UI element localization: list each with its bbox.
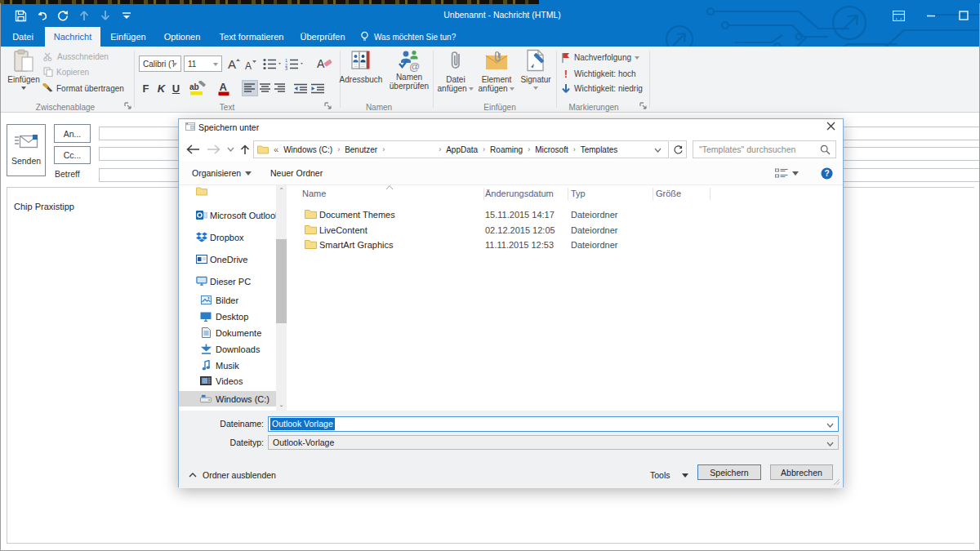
back-icon[interactable] bbox=[184, 138, 202, 161]
grow-font-icon[interactable]: A bbox=[225, 55, 242, 73]
recent-locations-icon[interactable] bbox=[224, 138, 237, 161]
redo-icon[interactable] bbox=[54, 7, 72, 24]
tools-button[interactable]: Tools bbox=[650, 470, 688, 480]
follow-up-button[interactable]: Nachverfolgung bbox=[561, 52, 639, 63]
sidebar-item-downloads[interactable]: Downloads bbox=[179, 341, 276, 357]
signature-button[interactable]: Signatur bbox=[518, 49, 554, 90]
organize-button[interactable]: Organisieren bbox=[192, 161, 252, 185]
tab-datei[interactable]: Datei bbox=[7, 27, 39, 47]
maximize-icon[interactable] bbox=[947, 4, 980, 27]
previous-item-icon[interactable] bbox=[75, 7, 93, 24]
sidebar-item-desktop[interactable]: Desktop bbox=[179, 309, 276, 324]
help-button[interactable]: ? bbox=[821, 161, 833, 185]
underline-icon[interactable]: U bbox=[170, 82, 182, 96]
dialog-launcher-icon[interactable] bbox=[639, 102, 648, 110]
align-left-icon[interactable] bbox=[242, 80, 258, 96]
save-icon[interactable] bbox=[11, 7, 29, 24]
filename-input[interactable]: Outlook Vorlage bbox=[268, 416, 839, 432]
scroll-up-icon[interactable]: ⌃ bbox=[277, 188, 286, 193]
tab-ueberpruefen[interactable]: Überprüfen bbox=[297, 27, 348, 47]
tab-text-formatieren[interactable]: Text formatieren bbox=[214, 27, 289, 47]
hide-folders-button[interactable]: Ordner ausblenden bbox=[189, 470, 276, 480]
high-importance-button[interactable]: ! Wichtigkeit: hoch bbox=[561, 68, 636, 80]
cut-button[interactable]: Ausschneiden bbox=[43, 52, 109, 61]
check-names-button[interactable]: @ Namen überprüfen bbox=[385, 49, 433, 91]
copy-button[interactable]: Kopieren bbox=[43, 67, 89, 77]
scrollbar-thumb[interactable] bbox=[276, 239, 287, 323]
cancel-button[interactable]: Abbrechen bbox=[770, 464, 833, 480]
align-center-icon[interactable] bbox=[257, 80, 273, 96]
forward-icon[interactable] bbox=[204, 138, 222, 161]
scroll-down-icon[interactable]: ⌄ bbox=[277, 402, 286, 408]
to-button[interactable]: An... bbox=[54, 124, 91, 143]
sidebar-item-onedrive[interactable]: OneDrive bbox=[179, 251, 276, 267]
undo-icon[interactable] bbox=[33, 7, 51, 24]
numbering-icon[interactable]: 123 bbox=[284, 56, 305, 72]
ribbon-display-options-icon[interactable] bbox=[882, 4, 915, 27]
decrease-indent-icon[interactable] bbox=[292, 80, 310, 96]
save-button[interactable]: Speichern bbox=[697, 464, 761, 480]
format-painter-button[interactable]: Format übertragen bbox=[42, 83, 124, 94]
column-header-name[interactable]: Name bbox=[302, 185, 326, 202]
increase-indent-icon[interactable] bbox=[310, 80, 327, 96]
resize-grip[interactable] bbox=[834, 479, 840, 486]
sidebar-item-dropbox[interactable]: Dropbox bbox=[179, 229, 276, 245]
cc-button[interactable]: Cc... bbox=[54, 146, 91, 164]
sidebar-item-recent-folder[interactable] bbox=[179, 184, 276, 199]
breadcrumb-item[interactable]: Windows (C:) bbox=[283, 145, 332, 154]
tab-einfuegen[interactable]: Einfügen bbox=[107, 27, 149, 47]
clear-formatting-icon[interactable]: A bbox=[316, 55, 332, 71]
breadcrumb-overflow[interactable]: « bbox=[269, 144, 283, 154]
sidebar-item-videos[interactable]: Videos bbox=[179, 373, 276, 389]
sidebar-item-bilder[interactable]: Bilder bbox=[179, 292, 276, 308]
sidebar-item-windows-c[interactable]: Windows (C:) bbox=[179, 391, 276, 407]
sidebar-item-dokumente[interactable]: Dokumente bbox=[179, 325, 276, 340]
column-header-type[interactable]: Typ bbox=[571, 185, 586, 202]
attach-file-button[interactable]: Datei anfügen bbox=[438, 49, 474, 93]
attach-item-button[interactable]: Element anfügen bbox=[476, 49, 517, 93]
filename-dropdown-icon[interactable] bbox=[826, 423, 834, 428]
address-bar[interactable]: « Windows (C:) › Benutzer › › AppData › … bbox=[253, 140, 669, 158]
view-mode-button[interactable] bbox=[775, 161, 799, 185]
dialog-close-icon[interactable] bbox=[825, 120, 837, 132]
minimize-icon[interactable] bbox=[915, 4, 947, 27]
search-box[interactable]: "Templates" durchsuchen bbox=[693, 140, 836, 158]
next-item-icon[interactable] bbox=[96, 7, 114, 24]
refresh-icon[interactable] bbox=[670, 140, 687, 158]
filetype-dropdown-icon[interactable] bbox=[826, 442, 834, 447]
breadcrumb-item[interactable]: Microsoft bbox=[535, 145, 568, 154]
new-folder-button[interactable]: Neuer Ordner bbox=[270, 161, 323, 185]
sidebar-item-musik[interactable]: Musik bbox=[179, 358, 276, 373]
tellme-box[interactable]: Was möchten Sie tun? bbox=[360, 27, 456, 47]
bullets-icon[interactable] bbox=[262, 56, 283, 72]
sidebar-item-dieser-pc[interactable]: Dieser PC bbox=[179, 273, 276, 289]
address-dropdown-icon[interactable] bbox=[654, 148, 662, 153]
breadcrumb-item[interactable]: Roaming bbox=[490, 145, 523, 154]
sidebar-scrollbar[interactable]: ⌃ ⌄ bbox=[276, 185, 287, 411]
column-header-size[interactable]: Größe bbox=[656, 185, 681, 202]
highlight-color-icon[interactable]: ab bbox=[189, 80, 208, 96]
dialog-launcher-icon[interactable] bbox=[324, 102, 332, 110]
paste-button[interactable]: Einfügen bbox=[7, 49, 40, 90]
customize-qat-icon[interactable] bbox=[118, 7, 136, 24]
dialog-launcher-icon[interactable] bbox=[124, 102, 132, 110]
bold-icon[interactable]: F bbox=[140, 82, 152, 96]
font-size-combo[interactable]: 11 bbox=[184, 56, 222, 72]
filetype-combo[interactable]: Outlook-Vorlage bbox=[268, 435, 839, 450]
align-right-icon[interactable] bbox=[272, 80, 287, 96]
up-icon[interactable] bbox=[237, 138, 253, 161]
tab-nachricht[interactable]: Nachricht bbox=[45, 27, 100, 47]
sidebar-item-microsoft-outlook[interactable]: Microsoft Outlook bbox=[179, 207, 276, 223]
send-button[interactable]: Senden bbox=[7, 124, 46, 176]
breadcrumb-item[interactable]: Benutzer bbox=[345, 145, 377, 154]
tab-optionen[interactable]: Optionen bbox=[160, 27, 204, 47]
breadcrumb-item[interactable]: Templates bbox=[581, 145, 618, 154]
address-book-button[interactable]: Adressbuch bbox=[338, 49, 384, 84]
breadcrumb-item[interactable]: AppData bbox=[446, 145, 478, 154]
column-header-date[interactable]: Änderungsdatum bbox=[485, 185, 554, 202]
font-name-combo[interactable]: Calibri (T bbox=[139, 56, 181, 72]
dialog-titlebar[interactable]: Speichern unter bbox=[179, 119, 843, 138]
italic-icon[interactable]: K bbox=[155, 82, 167, 96]
shrink-font-icon[interactable]: A bbox=[243, 56, 257, 73]
font-color-icon[interactable]: A bbox=[216, 80, 230, 96]
